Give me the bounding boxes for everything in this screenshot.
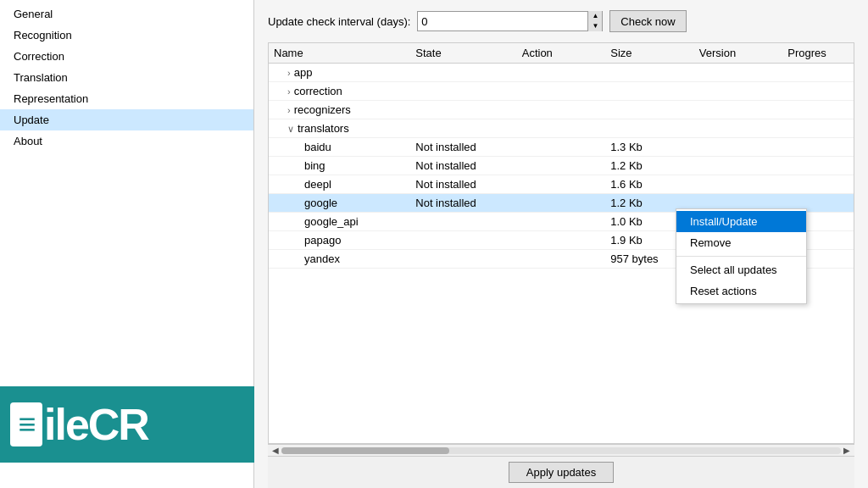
cell-action-google_api <box>517 213 606 231</box>
cell-size-app <box>605 64 694 82</box>
cell-progress-translators <box>782 119 854 138</box>
cell-version-correction <box>694 82 783 101</box>
watermark-f-icon <box>10 402 42 446</box>
scroll-right-arrow[interactable]: ▶ <box>841 446 853 455</box>
cell-action-translators <box>517 119 606 138</box>
cell-size-recognizers <box>605 101 694 119</box>
context-menu-item-remove[interactable]: Remove <box>676 232 806 253</box>
table-row[interactable]: ›recognizers <box>269 101 854 119</box>
sidebar-item-about[interactable]: About <box>0 130 253 152</box>
watermark-label: ileCR <box>44 399 148 450</box>
sidebar-item-correction[interactable]: Correction <box>0 46 253 67</box>
sidebar-item-general[interactable]: General <box>0 3 253 25</box>
table-header-row: Name State Action Size Version Progres <box>269 43 854 64</box>
context-menu-item-reset_actions[interactable]: Reset actions <box>676 280 806 302</box>
cell-action-correction <box>517 82 606 101</box>
table-row[interactable]: baiduNot installed1.3 Kb <box>269 138 854 157</box>
cell-action-app <box>517 64 606 82</box>
cell-action-recognizers <box>517 101 606 119</box>
cell-action-yandex <box>517 250 606 269</box>
cell-size-baidu: 1.3 Kb <box>605 138 694 157</box>
scrollbar-track[interactable] <box>281 447 841 454</box>
cell-action-deepl <box>517 175 606 194</box>
cell-state-papago <box>410 231 516 250</box>
sidebar-item-translation[interactable]: Translation <box>0 67 253 88</box>
table-row[interactable]: deeplNot installed1.6 Kb <box>269 175 854 194</box>
cell-name-google: google <box>269 194 410 213</box>
apply-updates-button[interactable]: Apply updates <box>509 462 614 483</box>
update-interval-row: Update check interval (days): ▲ ▼ Check … <box>268 10 854 32</box>
cell-name-deepl: deepl <box>269 175 410 194</box>
cell-name-baidu: baidu <box>269 138 410 157</box>
scrollbar-thumb[interactable] <box>281 447 449 454</box>
cell-progress-baidu <box>782 138 854 157</box>
col-header-version: Version <box>694 43 783 64</box>
bottom-bar: Apply updates <box>268 456 854 488</box>
cell-name-translators: ∨translators <box>269 119 410 138</box>
cell-state-deepl: Not installed <box>410 175 516 194</box>
cell-size-translators <box>605 119 694 138</box>
scroll-left-arrow[interactable]: ◀ <box>270 446 281 455</box>
horizontal-scrollbar[interactable]: ◀ ▶ <box>268 444 854 456</box>
cell-state-baidu: Not installed <box>410 138 516 157</box>
update-interval-label: Update check interval (days): <box>268 15 410 28</box>
cell-name-google_api: google_api <box>269 213 410 231</box>
watermark: ileCR <box>0 386 254 463</box>
tree-expand-icon[interactable]: › <box>287 68 291 78</box>
sidebar-item-update[interactable]: Update <box>0 109 253 130</box>
sidebar-item-recognition[interactable]: Recognition <box>0 25 253 46</box>
col-header-name: Name <box>269 43 410 64</box>
update-interval-input[interactable] <box>418 12 587 30</box>
table-row[interactable]: ›app <box>269 64 854 82</box>
cell-progress-correction <box>782 82 854 101</box>
col-header-size: Size <box>605 43 694 64</box>
spin-up-button[interactable]: ▲ <box>588 11 602 21</box>
spin-down-button[interactable]: ▼ <box>588 21 602 31</box>
cell-version-app <box>694 64 783 82</box>
tree-expand-icon[interactable]: ∨ <box>287 124 294 134</box>
spin-buttons: ▲ ▼ <box>587 11 602 31</box>
cell-progress-recognizers <box>782 101 854 119</box>
table-row[interactable]: ∨translators <box>269 119 854 138</box>
cell-size-deepl: 1.6 Kb <box>605 175 694 194</box>
context-menu-item-select_all_updates[interactable]: Select all updates <box>676 259 806 280</box>
context-menu-separator <box>676 256 806 257</box>
cell-version-deepl <box>694 175 783 194</box>
cell-action-bing <box>517 157 606 175</box>
table-row[interactable]: bingNot installed1.2 Kb <box>269 157 854 175</box>
sidebar-item-representation[interactable]: Representation <box>0 88 253 109</box>
cell-name-recognizers: ›recognizers <box>269 101 410 119</box>
cell-state-recognizers <box>410 101 516 119</box>
table-row[interactable]: ›correction <box>269 82 854 101</box>
tree-expand-icon[interactable]: › <box>287 86 291 97</box>
col-header-progress: Progres <box>782 43 854 64</box>
cell-state-bing: Not installed <box>410 157 516 175</box>
interval-input-wrapper: ▲ ▼ <box>417 11 603 31</box>
cell-name-correction: ›correction <box>269 82 410 101</box>
col-header-state: State <box>410 43 516 64</box>
cell-progress-app <box>782 64 854 82</box>
cell-progress-deepl <box>782 175 854 194</box>
cell-state-yandex <box>410 250 516 269</box>
cell-name-app: ›app <box>269 64 410 82</box>
check-now-button[interactable]: Check now <box>609 10 686 32</box>
cell-state-google_api <box>410 213 516 231</box>
tree-expand-icon[interactable]: › <box>287 105 291 115</box>
cell-size-bing: 1.2 Kb <box>605 157 694 175</box>
cell-version-translators <box>694 119 783 138</box>
cell-state-app <box>410 64 516 82</box>
cell-size-correction <box>605 82 694 101</box>
cell-version-baidu <box>694 138 783 157</box>
cell-version-bing <box>694 157 783 175</box>
watermark-text: ileCR <box>10 399 148 450</box>
cell-state-translators <box>410 119 516 138</box>
content-panel: Update check interval (days): ▲ ▼ Check … <box>254 0 868 488</box>
cell-action-google <box>517 194 606 213</box>
cell-name-yandex: yandex <box>269 250 410 269</box>
context-menu: Install/UpdateRemoveSelect all updatesRe… <box>676 208 807 304</box>
cell-action-baidu <box>517 138 606 157</box>
cell-name-bing: bing <box>269 157 410 175</box>
table-container: Name State Action Size Version Progres ›… <box>268 42 854 444</box>
context-menu-item-install_update[interactable]: Install/Update <box>676 211 806 232</box>
cell-version-recognizers <box>694 101 783 119</box>
